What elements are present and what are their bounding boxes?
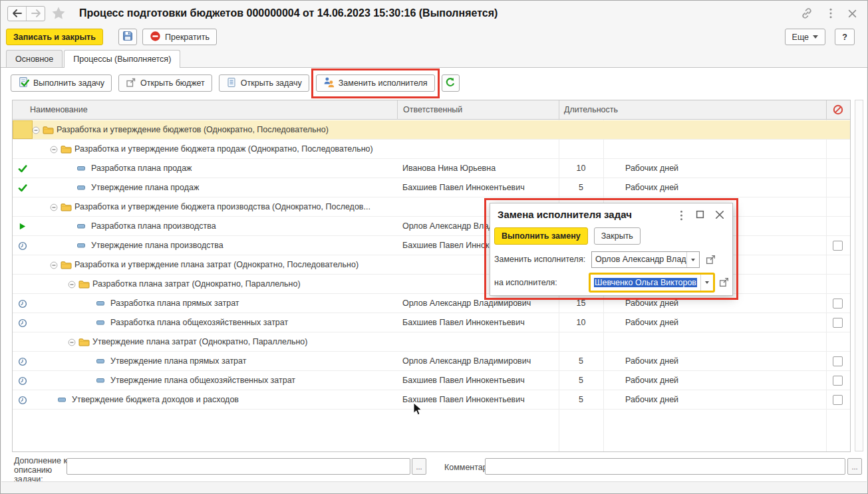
task-name: Разработка плана продаж (91, 159, 394, 178)
table-row[interactable]: Разработка плана общехозяйственных затра… (13, 313, 850, 332)
comment-more-button[interactable]: ... (847, 458, 862, 475)
table-row[interactable]: Разработка плана прямых затратОрлов Алек… (13, 294, 850, 313)
folder-icon (61, 145, 72, 154)
task-name: Утверждение плана продаж (91, 178, 394, 197)
help-button[interactable]: ? (835, 29, 855, 45)
table-row[interactable]: Утверждение плана продажБахшиев Павел Ин… (13, 178, 850, 197)
save-and-close-button[interactable]: Записать и закрыть (6, 29, 103, 45)
status-waiting-icon (18, 299, 27, 309)
tab-processes-label: Процессы (Выполняется) (73, 55, 171, 64)
replace-executor-combo[interactable]: Орлов Александр Владим (591, 251, 700, 268)
tab-processes[interactable]: Процессы (Выполняется) (64, 50, 180, 68)
column-header-responsible[interactable]: Ответственный (403, 100, 462, 119)
task-dash-icon (77, 243, 85, 248)
dialog-kebab-menu-icon[interactable] (679, 210, 683, 221)
table-row[interactable]: Утверждение плана общехозяйственных затр… (13, 371, 850, 390)
duration-value: 5 (559, 178, 603, 197)
group-name: Разработка и утверждение бюджета произво… (74, 197, 394, 216)
duration-unit: Рабочих дней (625, 159, 818, 178)
refresh-button[interactable] (442, 74, 460, 92)
row-checkbox[interactable] (833, 395, 843, 405)
window-close-icon[interactable] (848, 9, 857, 18)
row-checkbox[interactable] (833, 318, 843, 328)
open-to-value-icon[interactable] (719, 277, 730, 287)
dialog-close-button[interactable]: Закрыть (594, 227, 641, 245)
dialog-maximize-icon[interactable] (695, 210, 704, 219)
expander-minus-icon[interactable] (50, 261, 58, 269)
open-budget-button[interactable]: Открыть бюджет (118, 74, 212, 92)
row-checkbox[interactable] (833, 356, 843, 366)
task-dash-icon (58, 398, 66, 402)
execute-task-label: Выполнить задачу (33, 78, 104, 88)
table-row[interactable]: Разработка и утверждение бюджетов (Однок… (13, 120, 850, 140)
task-dash-icon (96, 359, 104, 364)
dropdown-caret-icon[interactable] (686, 252, 699, 267)
comment-input[interactable] (485, 458, 845, 475)
to-executor-combo[interactable]: Шевченко Ольга Викторов (589, 273, 715, 293)
table-row[interactable]: Утверждение плана прямых затратОрлов Але… (13, 352, 850, 371)
task-dash-icon (96, 378, 104, 383)
open-task-button[interactable]: Открыть задачу (219, 74, 309, 92)
kebab-menu-icon[interactable] (829, 8, 832, 19)
duration-value: 10 (559, 159, 603, 178)
forward-button[interactable] (26, 7, 45, 21)
favorites-star-icon[interactable] (51, 6, 66, 21)
replace-executor-dialog: Замена исполнителя задач Выполнить замен… (490, 203, 733, 296)
table-row[interactable]: Разработка и утверждение бюджета продаж … (13, 140, 850, 159)
table-row[interactable]: Разработка плана продажИванова Нина Юрье… (13, 159, 850, 178)
back-button[interactable] (8, 7, 26, 21)
expander-minus-icon[interactable] (68, 338, 76, 346)
column-header-duration[interactable]: Длительность (564, 100, 618, 119)
responsible: Бахшиев Павел Иннокентьевич (402, 178, 555, 197)
replace-executor-button[interactable]: Заменить исполнителя (316, 74, 435, 92)
back-arrow-icon (12, 8, 23, 20)
save-floppy-icon (122, 30, 134, 44)
page-title: Процесс подготовки бюджетов 000000004 от… (79, 7, 498, 19)
execute-replace-button[interactable]: Выполнить замену (494, 227, 588, 245)
row-checkbox[interactable] (833, 241, 843, 251)
link-icon[interactable] (800, 7, 813, 20)
expander-minus-icon[interactable] (50, 146, 58, 154)
status-done-icon (18, 184, 27, 193)
expander-minus-icon[interactable] (68, 281, 76, 289)
nav-button-group (7, 6, 45, 21)
folder-icon (78, 280, 90, 289)
table-row[interactable]: Утверждение плана затрат (Однократно, Па… (13, 332, 850, 352)
open-replace-value-icon[interactable] (706, 254, 716, 265)
open-task-label: Открыть задачу (241, 78, 302, 88)
row-checkbox[interactable] (833, 299, 843, 309)
execute-task-button[interactable]: Выполнить задачу (11, 74, 112, 92)
duration-value: 5 (559, 352, 603, 370)
addition-label: Дополнение к описанию задачи: (14, 456, 70, 484)
task-name: Разработка плана производства (91, 217, 394, 235)
vertical-scrollbar[interactable] (855, 100, 863, 451)
folder-icon (61, 203, 72, 211)
dialog-title: Замена исполнителя задач (498, 209, 632, 220)
stop-icon (150, 31, 161, 44)
task-dash-icon (96, 301, 104, 306)
table-header: Наименование Ответственный Длительность (13, 100, 850, 120)
status-done-icon (18, 164, 27, 174)
expander-minus-icon[interactable] (32, 126, 40, 134)
column-header-name[interactable]: Наименование (30, 100, 88, 119)
addition-input[interactable] (67, 458, 410, 475)
expander-minus-icon[interactable] (50, 203, 58, 211)
selected-cell (13, 120, 33, 139)
duration-value: 15 (559, 294, 603, 312)
duration-unit: Рабочих дней (625, 294, 818, 312)
task-dash-icon (77, 224, 85, 229)
more-button[interactable]: Еще (785, 29, 825, 45)
addition-more-button[interactable]: ... (412, 458, 426, 475)
tab-bar: Основное Процессы (Выполняется) (1, 50, 867, 68)
dialog-close-icon[interactable] (715, 210, 724, 219)
row-checkbox[interactable] (833, 376, 843, 386)
dropdown-caret-icon[interactable] (700, 275, 713, 291)
status-waiting-icon (18, 318, 27, 328)
tab-main[interactable]: Основное (6, 50, 63, 67)
stop-process-button[interactable]: Прекратить (142, 29, 217, 45)
execute-task-icon (18, 76, 29, 90)
open-task-icon (226, 77, 237, 90)
save-button[interactable] (118, 29, 137, 45)
folder-icon (43, 126, 54, 134)
table-row[interactable]: Утверждение бюджета доходов и расходовБа… (13, 390, 850, 410)
